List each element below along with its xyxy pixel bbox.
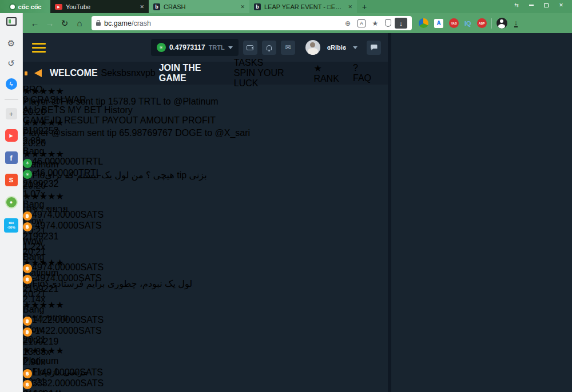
- column-profit: PROFIT: [182, 115, 216, 125]
- welcome-post: JOIN THE GAME: [159, 63, 231, 83]
- balance-selector[interactable]: ✳ 0.47973117 TRTL: [151, 39, 239, 56]
- cell-profit: ฿-1422.0000SATS: [23, 326, 388, 337]
- translate-icon[interactable]: A: [357, 19, 366, 27]
- bet-result: 1.22x: [23, 242, 45, 251]
- tasks-link[interactable]: TASKS SPIN YOUR LUCK: [234, 58, 311, 89]
- bet-profit: -46.000000: [32, 168, 78, 178]
- minimize-button[interactable]: [524, 1, 539, 9]
- hamburger-menu-icon[interactable]: [32, 43, 46, 53]
- notifications-button[interactable]: [262, 41, 276, 55]
- pro-label: PRO: [23, 85, 43, 94]
- trtl-coin-icon: ✳: [23, 170, 32, 179]
- welcome-username[interactable]: Seksbsnxvpb: [101, 68, 156, 78]
- new-tab-button[interactable]: +: [357, 0, 372, 13]
- table-row[interactable]: 219921913.33x2.90x฿1149.00000SATS฿3332.0…: [23, 337, 388, 389]
- cell-game-id: 2199221: [23, 284, 388, 294]
- youtube-favicon: ▶: [55, 4, 62, 10]
- close-button[interactable]: ✕: [554, 1, 569, 9]
- shopee-shortcut-icon[interactable]: S: [5, 174, 18, 186]
- header-username[interactable]: ɞRibiɞ: [327, 44, 346, 51]
- extension-iq-icon[interactable]: IQ: [464, 20, 471, 27]
- tab-close-icon[interactable]: ✕: [240, 4, 245, 10]
- reload-icon[interactable]: ↻: [57, 18, 72, 29]
- sidebar-toggle-icon[interactable]: [6, 17, 17, 26]
- column-payout: PAYOUT: [102, 115, 138, 125]
- bookmark-star-icon[interactable]: ★: [369, 19, 382, 27]
- tab-my-bet[interactable]: MY BET: [68, 105, 102, 115]
- extension-icons: A YAB IQ ABP: [419, 18, 487, 28]
- url-text[interactable]: bc.game/crash: [104, 19, 338, 27]
- currency-unit: SATS: [81, 210, 104, 219]
- tab-history[interactable]: History: [104, 105, 133, 115]
- wallet-button[interactable]: [243, 41, 257, 55]
- chevron-down-icon: [353, 46, 357, 49]
- bet-result: 2.14x: [23, 294, 45, 304]
- lock-icon[interactable]: [96, 22, 101, 26]
- youtube-shortcut-icon[interactable]: ▶: [5, 129, 18, 142]
- zoom-add-icon[interactable]: ⊕: [341, 19, 354, 27]
- url-domain: bc.game: [104, 19, 132, 27]
- table-row[interactable]: 2199214134.45x29x฿1029.00000SATS฿29841.0…: [23, 389, 388, 392]
- currency-unit: SATS: [78, 273, 102, 283]
- game-id: 2199221: [23, 284, 58, 294]
- coccoc-search-icon[interactable]: ●: [5, 196, 18, 209]
- mail-button[interactable]: ✉: [281, 41, 295, 55]
- messenger-icon[interactable]: ϟ: [6, 78, 17, 90]
- restore-button[interactable]: [539, 1, 554, 9]
- rank-link[interactable]: ★ RANK: [313, 63, 349, 84]
- chat-toggle-button[interactable]: [367, 41, 381, 55]
- history-icon[interactable]: ↺: [7, 58, 15, 69]
- cell-result: 1.07x: [23, 189, 388, 199]
- table-row[interactable]: 21992522.88xBang✳46.0000000TRTL✳-46.0000…: [23, 126, 388, 179]
- currency-unit: TRTL: [81, 157, 104, 166]
- extension-yab-icon[interactable]: YAB: [449, 18, 459, 28]
- cell-payout: Bang: [23, 252, 388, 262]
- back-icon[interactable]: ←: [27, 18, 42, 28]
- table-row[interactable]: 21992311.22xBang฿4974.00000SATS฿-4974.00…: [23, 231, 388, 284]
- facebook-shortcut-icon[interactable]: f: [5, 151, 18, 164]
- bet-result: 2.88x: [23, 136, 45, 146]
- user-avatar[interactable]: [305, 40, 320, 55]
- cell-result: 2.14x: [23, 294, 388, 305]
- tab-leap-year-event[interactable]: b LEAP YEAR EVENT - □Event - ( ✕: [249, 0, 357, 13]
- crash-war-link[interactable]: ? CRASH WAR: [23, 95, 388, 105]
- brand-label: cốc cốc: [18, 3, 42, 10]
- tiki-label: tiki: [9, 221, 14, 225]
- tab-panel-icon[interactable]: ⇆: [509, 1, 524, 9]
- table-row[interactable]: 21992321.07xBang฿4974.00000SATS฿-4974.00…: [23, 179, 388, 231]
- home-icon[interactable]: ⌂: [72, 18, 87, 28]
- table-row[interactable]: 21992212.14xBang฿1422.00000SATS฿-1422.00…: [23, 284, 388, 337]
- shield-icon[interactable]: [385, 19, 391, 27]
- currency-unit: SATS: [81, 262, 104, 272]
- tab-title: CRASH: [164, 3, 235, 10]
- bet-amount: 1422.00000: [32, 315, 81, 325]
- cell-profit: ฿-4974.0000SATS: [23, 273, 388, 284]
- profile-icon[interactable]: [496, 18, 507, 29]
- downloads-icon[interactable]: ↓: [514, 19, 518, 27]
- tiki-shortcut-icon[interactable]: tiki -50%: [4, 218, 18, 233]
- tab-all-bets[interactable]: ALL BETS: [23, 105, 65, 115]
- btc-coin-icon: ฿: [23, 222, 32, 231]
- bet-profit: -4974.0000: [32, 221, 78, 230]
- download-button-icon[interactable]: ↓: [395, 18, 407, 29]
- game-id: 2199214: [23, 389, 58, 392]
- bet-payout: Bang: [23, 146, 44, 156]
- tab-crash-active[interactable]: b CRASH ✕: [149, 0, 249, 13]
- add-shortcut-icon[interactable]: +: [6, 108, 17, 119]
- tab-youtube[interactable]: ▶ YouTube ✕: [50, 0, 149, 13]
- forward-icon[interactable]: →: [42, 18, 57, 28]
- balance-value: 0.47973117: [169, 43, 205, 51]
- extension-abp-icon[interactable]: ABP: [477, 18, 487, 28]
- column-separator: [388, 33, 391, 392]
- tab-close-icon[interactable]: ✕: [140, 4, 144, 10]
- tasks-title: TASKS: [234, 58, 311, 68]
- browser-sidebar: ⚙ ↺ ϟ + ▶ f S ● tiki -50%: [0, 13, 23, 392]
- toolbar-divider: [491, 18, 492, 29]
- bell-icon: [267, 45, 272, 50]
- tab-close-icon[interactable]: ✕: [348, 4, 352, 10]
- extension-color-wheel-icon[interactable]: [419, 18, 428, 28]
- extension-translate-icon[interactable]: A: [434, 19, 443, 28]
- faq-link[interactable]: ? FAQ: [353, 63, 379, 83]
- address-bar[interactable]: bc.game/crash ⊕ A ★ ↓: [92, 16, 412, 30]
- settings-gear-icon[interactable]: ⚙: [7, 38, 15, 49]
